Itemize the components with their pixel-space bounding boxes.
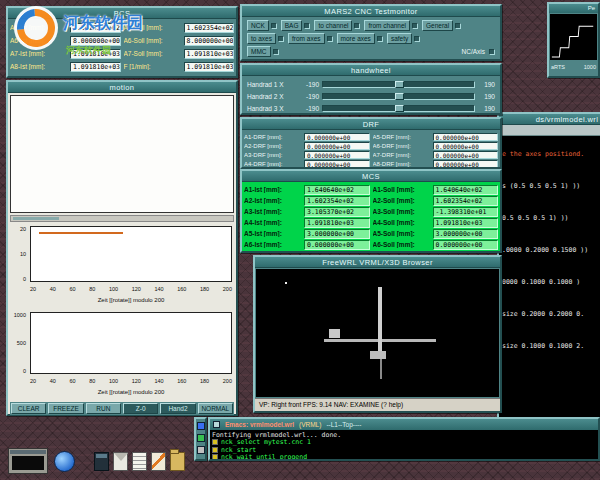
toggle-button[interactable]: to axes	[247, 33, 276, 44]
mcs-label: A1-Ist [mm]:	[244, 186, 301, 193]
drf-value: 0.000000e+00	[433, 151, 499, 159]
code-line: s (0.5 0.5 0.5 1) ))	[502, 182, 600, 190]
motion-titlebar[interactable]: motion	[8, 82, 236, 93]
editor-text-area[interactable]: e the axes positiond.s (0.5 0.5 0.5 1) )…	[499, 136, 600, 418]
toggle-button[interactable]: NCK	[247, 20, 269, 31]
motion-button-normal[interactable]: NORMAL	[198, 403, 233, 414]
handwheel-slider[interactable]	[322, 81, 475, 88]
document-icon[interactable]	[132, 452, 147, 471]
toggle-safety[interactable]: safety	[387, 33, 420, 44]
drf-label: A6-DRF [mm]:	[373, 143, 430, 149]
editor-titlebar[interactable]: ds/vrmlmodel.wrl	[499, 114, 600, 125]
mini-grey-icon[interactable]	[197, 446, 205, 454]
toggle-indicator-icon[interactable]	[273, 49, 279, 55]
toggle-indicator-icon[interactable]	[271, 23, 277, 29]
toggle-general[interactable]: General	[422, 20, 461, 31]
y-tick: 20	[20, 226, 26, 232]
toggle-to-axes[interactable]: to axes	[247, 33, 284, 44]
testmonitor-titlebar[interactable]: MARS2 CNC Testmonitor	[242, 6, 500, 17]
toggle-mmc[interactable]: MMC	[247, 46, 279, 57]
x-tick: 100	[109, 378, 118, 386]
toggle-button[interactable]: from axes	[288, 33, 325, 44]
motion-button-z-0[interactable]: Z-0	[123, 403, 158, 414]
toggle-button[interactable]: from channel	[364, 20, 410, 31]
toggle-button[interactable]: to channel	[314, 20, 352, 31]
toggle-indicator-icon[interactable]	[327, 36, 333, 42]
handwheel-titlebar[interactable]: handwheel	[242, 65, 500, 76]
mcs-value: -1.398310e+01	[433, 207, 499, 217]
mcs-row: A3-Ist [mm]:3.105370e+02A3-Soll [mm]:-1.…	[244, 206, 498, 217]
slider-thumb-icon[interactable]	[395, 93, 404, 100]
toggle-indicator-icon[interactable]	[354, 23, 360, 29]
toggle-button[interactable]: more axes	[337, 33, 375, 44]
terminal-title-mode: (VRML)	[299, 421, 321, 428]
toggle-indicator-icon[interactable]	[412, 23, 418, 29]
mcs-value: 1.091810e+03	[433, 218, 499, 228]
toggle-nck[interactable]: NCK	[247, 20, 277, 31]
drf-label: A2-DRF [mm]:	[244, 143, 301, 149]
window-title: DRF	[363, 120, 380, 129]
y-tick: 0	[23, 368, 26, 374]
mcs-titlebar[interactable]: MCS	[242, 171, 500, 182]
toggle-indicator-icon[interactable]	[377, 36, 383, 42]
toggle-indicator-icon[interactable]	[455, 23, 461, 29]
mini-blue-icon[interactable]	[197, 422, 205, 430]
handwheel-label: Handrad 3 X	[247, 105, 299, 112]
miniplot-titlebar[interactable]: Pe	[549, 4, 598, 13]
mail-icon[interactable]	[113, 452, 128, 471]
freewrl-3d-view[interactable]	[256, 269, 499, 397]
feed-curve	[550, 14, 597, 60]
toggle-from-axes[interactable]: from axes	[288, 33, 333, 44]
folder-icon[interactable]	[170, 452, 185, 471]
slider-thumb-icon[interactable]	[395, 81, 404, 88]
nc-axis-label: NC/Axis	[462, 48, 485, 55]
editor-icon[interactable]	[151, 452, 166, 471]
motion-button-clear[interactable]: CLEAR	[11, 403, 46, 414]
window-menu-icon[interactable]	[213, 421, 220, 428]
x-tick: 100	[109, 286, 118, 294]
freewrl-titlebar[interactable]: FreeWRL VRML/X3D Browser	[255, 257, 500, 268]
terminal-titlebar[interactable]: Emacs: vrmlmodel.wrl (VRML) --L1--Top---…	[210, 419, 598, 430]
motion-button-run[interactable]: RUN	[86, 403, 121, 414]
toggle-button[interactable]: MMC	[247, 46, 271, 57]
freewrl-window: FreeWRL VRML/X3D Browser VP: Right front…	[253, 255, 502, 413]
drf-value: 0.000000e+00	[304, 142, 370, 150]
x-tick: 60	[69, 286, 75, 294]
mcs-value: 1.602354e+02	[304, 196, 370, 206]
bcs-row: A7-Ist [mm]:1.091810e+03A7-Soll [mm]:1.0…	[10, 47, 234, 60]
drf-values: A1-DRF [mm]:0.000000e+00A5-DRF [mm]:0.00…	[242, 130, 500, 167]
nc-axis-indicator-icon[interactable]	[489, 49, 495, 55]
freewrl-status-bar: VP: Right front FPS: 9.14 NAV: EXAMINE (…	[255, 398, 500, 411]
mini-green-icon[interactable]	[197, 434, 205, 442]
motion-button-freeze[interactable]: FREEZE	[48, 403, 83, 414]
toggle-button[interactable]: General	[422, 20, 453, 31]
terminal-output[interactable]: Fontifying vrmlmodel.wrl... done.nck_sel…	[210, 430, 598, 459]
toggle-from-channel[interactable]: from channel	[364, 20, 418, 31]
drf-titlebar[interactable]: DRF	[242, 119, 500, 130]
console-icon[interactable]	[8, 448, 48, 474]
handwheel-max: 190	[478, 105, 495, 112]
globe-icon[interactable]	[54, 451, 75, 472]
toggle-indicator-icon[interactable]	[278, 36, 284, 42]
velocity-chart: 10005000 20406080100120140160180200 Zeit…	[10, 310, 234, 400]
toggle-more-axes[interactable]: more axes	[337, 33, 383, 44]
toggle-button[interactable]: safety	[387, 33, 412, 44]
bcs-value: 1.602354e+02	[184, 23, 235, 33]
toggle-indicator-icon[interactable]	[414, 36, 420, 42]
terminal-icon[interactable]	[94, 452, 109, 471]
scrollbar-thumb[interactable]	[13, 217, 59, 220]
watermark-logo-icon	[14, 6, 58, 50]
toggle-to-channel[interactable]: to channel	[314, 20, 360, 31]
x-tick: 140	[154, 286, 163, 294]
horizontal-scrollbar[interactable]	[10, 215, 234, 222]
handwheel-slider[interactable]	[322, 93, 475, 100]
toggle-indicator-icon[interactable]	[304, 23, 310, 29]
toggle-button[interactable]: BAG	[281, 20, 303, 31]
toggle-bag[interactable]: BAG	[281, 20, 311, 31]
handwheel-slider[interactable]	[322, 105, 475, 112]
motion-button-hand2[interactable]: Hand2	[160, 403, 195, 414]
handwheel-row: Handrad 2 X-190190	[244, 90, 498, 102]
slider-thumb-icon[interactable]	[395, 105, 404, 112]
bcs-label: A7-Ist [mm]:	[10, 50, 67, 57]
motion-buttons: CLEARFREEZERUNZ-0Hand2NORMAL	[10, 402, 234, 415]
